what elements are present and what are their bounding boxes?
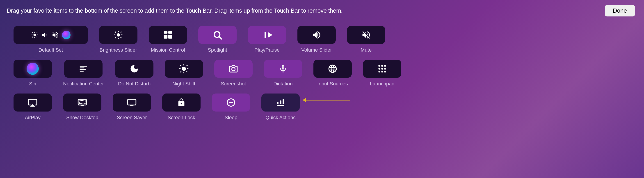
svg-rect-41 [384, 71, 386, 72]
mission-control-label: Mission Control [151, 47, 185, 53]
item-dictation[interactable]: Dictation [264, 60, 302, 87]
screen-lock-label: Screen Lock [168, 115, 195, 120]
svg-line-8 [32, 37, 33, 38]
launchpad-label: Launchpad [370, 81, 394, 87]
night-shift-icon [165, 60, 203, 78]
svg-rect-40 [381, 71, 383, 72]
item-launchpad[interactable]: Launchpad [363, 60, 401, 87]
siri-label: Siri [29, 81, 36, 87]
item-brightness-slider[interactable]: Brightness Slider [99, 26, 138, 53]
svg-line-15 [120, 37, 122, 38]
volume-slider-label: Volume Slider [301, 47, 332, 53]
item-airplay[interactable]: AirPlay [14, 94, 52, 120]
item-mute[interactable]: Mute [347, 26, 385, 53]
screen-lock-icon [162, 94, 200, 112]
svg-rect-19 [168, 31, 172, 34]
svg-line-23 [219, 37, 222, 39]
spotlight-icon [198, 26, 236, 44]
siri-icon [14, 60, 52, 78]
row-3: AirPlay Show Desktop [14, 94, 633, 120]
svg-line-6 [36, 37, 37, 38]
top-bar: Drag your favorite items to the bottom o… [0, 0, 644, 22]
screen-saver-icon [113, 94, 151, 112]
default-set-label: Default Set [38, 47, 63, 53]
svg-rect-45 [79, 100, 85, 104]
mission-control-icon [149, 26, 187, 44]
svg-line-16 [120, 32, 122, 33]
item-siri[interactable]: Siri [14, 60, 52, 87]
svg-rect-52 [280, 100, 281, 104]
row-2: Siri Notification Center Do Not Disturb [14, 60, 633, 87]
item-default-set[interactable]: Default Set [14, 26, 88, 53]
input-sources-icon [314, 60, 352, 78]
item-do-not-disturb[interactable]: Do Not Disturb [115, 60, 154, 87]
done-button[interactable]: Done [605, 5, 635, 16]
svg-line-29 [180, 65, 181, 66]
svg-rect-51 [277, 102, 278, 104]
svg-rect-18 [164, 31, 168, 34]
item-play-pause[interactable]: Play/Pause [248, 26, 286, 53]
do-not-disturb-icon [115, 60, 154, 78]
item-quick-actions[interactable]: Quick Actions [262, 94, 300, 120]
do-not-disturb-label: Do Not Disturb [118, 81, 150, 87]
mute-icon [347, 26, 385, 44]
item-input-sources[interactable]: Input Sources [314, 60, 352, 87]
item-sleep[interactable]: Sleep [212, 94, 250, 120]
input-sources-label: Input Sources [317, 81, 348, 87]
row-1: Default Set [14, 26, 633, 53]
item-show-desktop[interactable]: Show Desktop [63, 94, 102, 120]
svg-line-32 [180, 72, 181, 72]
item-screen-saver[interactable]: Screen Saver [113, 94, 151, 120]
airplay-label: AirPlay [25, 115, 40, 120]
svg-rect-35 [384, 65, 386, 67]
svg-line-31 [186, 65, 188, 66]
notification-center-label: Notification Center [63, 81, 104, 87]
sleep-icon [212, 94, 250, 112]
svg-rect-38 [384, 68, 386, 70]
screenshot-label: Screenshot [221, 81, 246, 87]
quick-actions-label: Quick Actions [266, 115, 296, 120]
svg-line-5 [32, 32, 33, 33]
night-shift-label: Night Shift [172, 81, 195, 87]
svg-rect-34 [381, 65, 383, 67]
svg-rect-36 [378, 68, 380, 70]
dictation-label: Dictation [273, 81, 293, 87]
notification-center-icon [64, 60, 102, 78]
default-set-icon [14, 26, 88, 44]
brightness-slider-label: Brightness Slider [100, 47, 137, 53]
item-night-shift[interactable]: Night Shift [165, 60, 203, 87]
item-notification-center[interactable]: Notification Center [63, 60, 104, 87]
svg-line-17 [115, 37, 116, 38]
svg-rect-53 [282, 99, 284, 104]
arrow-annotation [305, 100, 350, 100]
item-volume-slider[interactable]: Volume Slider [298, 26, 336, 53]
svg-line-14 [115, 32, 116, 33]
item-screen-lock[interactable]: Screen Lock [162, 94, 200, 120]
item-quick-actions-wrapper: Quick Actions [262, 94, 300, 120]
instruction-text: Drag your favorite items to the bottom o… [7, 7, 342, 14]
item-screenshot[interactable]: Screenshot [214, 60, 252, 87]
svg-point-0 [33, 34, 36, 36]
volume-slider-icon [298, 26, 336, 44]
svg-point-24 [182, 67, 186, 71]
item-mission-control[interactable]: Mission Control [149, 26, 187, 53]
screenshot-icon [214, 60, 252, 78]
show-desktop-label: Show Desktop [66, 115, 98, 120]
show-desktop-icon [63, 94, 102, 112]
spotlight-label: Spotlight [208, 47, 227, 53]
play-pause-label: Play/Pause [254, 47, 280, 53]
svg-line-7 [36, 32, 37, 33]
item-spotlight[interactable]: Spotlight [198, 26, 236, 53]
airplay-icon [14, 94, 52, 112]
svg-rect-33 [378, 65, 380, 67]
play-pause-icon [248, 26, 286, 44]
sleep-label: Sleep [225, 115, 237, 120]
dictation-icon [264, 60, 302, 78]
launchpad-icon [363, 60, 401, 78]
items-grid: Default Set [0, 22, 644, 125]
brightness-slider-icon [99, 26, 138, 44]
svg-point-9 [117, 33, 120, 37]
svg-line-30 [186, 72, 188, 72]
svg-rect-21 [168, 35, 172, 39]
svg-rect-37 [381, 68, 383, 70]
